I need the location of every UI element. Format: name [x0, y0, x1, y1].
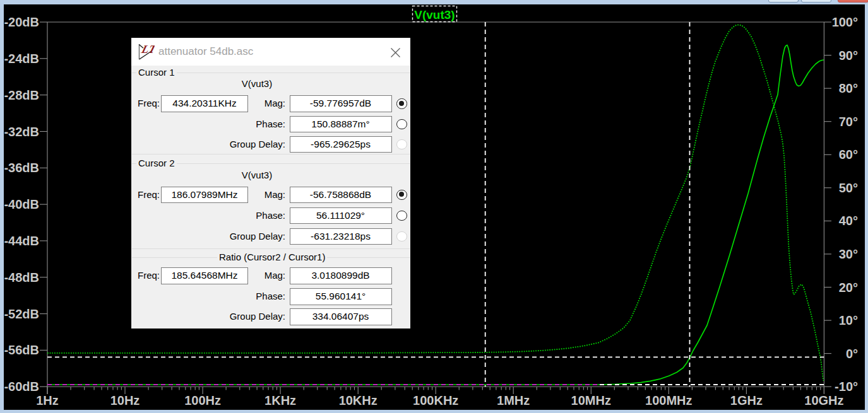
svg-text:10°: 10°: [839, 313, 858, 327]
svg-text:10Hz: 10Hz: [110, 393, 140, 407]
svg-text:-52dB: -52dB: [4, 307, 39, 321]
svg-text:1Hz: 1Hz: [36, 393, 59, 407]
svg-text:100°: 100°: [832, 15, 858, 29]
svg-text:1GHz: 1GHz: [730, 393, 763, 407]
svg-text:80°: 80°: [839, 81, 858, 95]
svg-text:-60dB: -60dB: [4, 380, 39, 393]
svg-text:10KHz: 10KHz: [339, 393, 378, 407]
svg-text:-48dB: -48dB: [4, 270, 39, 284]
svg-text:-36dB: -36dB: [4, 161, 39, 175]
svg-text:30°: 30°: [839, 247, 858, 261]
svg-text:40°: 40°: [839, 214, 858, 228]
svg-text:1KHz: 1KHz: [265, 393, 296, 407]
svg-text:-40dB: -40dB: [4, 197, 39, 211]
svg-text:70°: 70°: [839, 115, 858, 129]
svg-text:-32dB: -32dB: [4, 125, 39, 139]
svg-text:50°: 50°: [839, 181, 858, 195]
svg-text:-20dB: -20dB: [4, 15, 39, 29]
svg-text:100MHz: 100MHz: [645, 393, 692, 407]
svg-text:100KHz: 100KHz: [413, 393, 458, 407]
svg-text:100Hz: 100Hz: [184, 393, 221, 407]
svg-text:-56dB: -56dB: [4, 343, 39, 357]
svg-text:V(vut3): V(vut3): [414, 8, 455, 21]
svg-text:10GHz: 10GHz: [804, 393, 843, 407]
svg-text:10MHz: 10MHz: [571, 393, 611, 407]
svg-text:-44dB: -44dB: [4, 234, 39, 248]
svg-text:0°: 0°: [846, 347, 858, 361]
svg-text:90°: 90°: [839, 49, 858, 62]
svg-text:1MHz: 1MHz: [497, 393, 530, 407]
svg-text:20°: 20°: [839, 281, 858, 294]
svg-text:-24dB: -24dB: [4, 52, 39, 66]
svg-text:-10°: -10°: [835, 380, 858, 393]
svg-text:-28dB: -28dB: [4, 88, 39, 102]
svg-text:60°: 60°: [839, 148, 858, 161]
